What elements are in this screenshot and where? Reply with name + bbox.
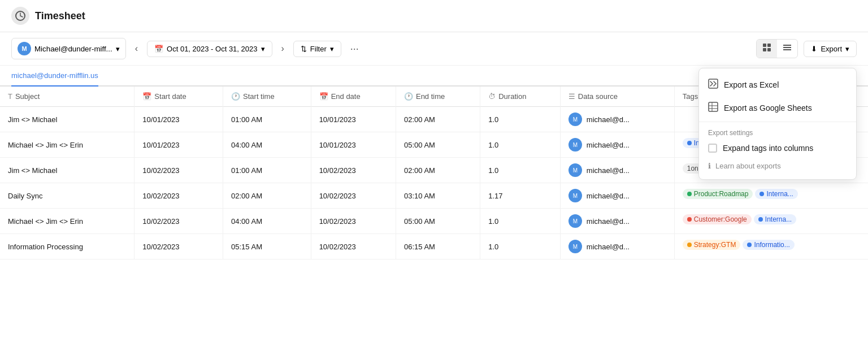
col-end-date: 📅End date — [311, 86, 396, 107]
cell-2: 04:00 AM — [223, 132, 311, 158]
data-source-cell: Mmichael@d... — [568, 138, 666, 152]
tag-dot — [687, 192, 692, 196]
view-toggle — [756, 39, 798, 58]
next-period-button[interactable]: › — [278, 40, 288, 57]
cell-5: 1.0 — [480, 132, 561, 158]
cell-data-source: Mmichael@d... — [560, 158, 674, 183]
cell-3: 10/02/2023 — [311, 209, 396, 234]
col-start-date: 📅Start date — [134, 86, 223, 107]
cell-1: 10/02/2023 — [134, 183, 223, 209]
cell-2: 04:00 AM — [223, 209, 311, 234]
tag: Strategy:GTM — [683, 240, 741, 250]
tag-dot — [687, 217, 692, 222]
tag: Product:Roadmap — [683, 189, 753, 199]
ds-label: michael@d... — [587, 141, 630, 149]
col-subject: TSubject — [0, 86, 134, 107]
data-source-cell: Mmichael@d... — [568, 240, 666, 253]
cell-tags: Strategy:GTMInformatio... — [675, 234, 868, 256]
cell-data-source: Mmichael@d... — [560, 209, 674, 234]
cell-1: 10/01/2023 — [134, 107, 223, 132]
cell-data-source: Mmichael@d... — [560, 183, 674, 209]
date-range-selector[interactable]: 📅 Oct 01, 2023 - Oct 31, 2023 ▾ — [147, 41, 272, 57]
export-sheets-label: Export as Google Sheets — [724, 103, 812, 113]
calendar-icon: 📅 — [154, 45, 163, 53]
user-name: Michael@dunder-miff... — [34, 45, 112, 53]
export-excel-item[interactable]: Export as Excel — [699, 73, 856, 96]
ds-avatar: M — [568, 163, 582, 177]
cell-5: 1.0 — [480, 209, 561, 234]
export-button[interactable]: ⬇ Export ▾ — [804, 41, 857, 57]
sheets-icon — [708, 102, 718, 114]
expand-tags-setting[interactable]: Expand tags into columns — [699, 139, 856, 157]
cell-4: 02:00 AM — [396, 158, 480, 183]
tag: Informatio... — [743, 240, 794, 250]
table-view-button[interactable] — [757, 40, 777, 58]
data-source-cell: Mmichael@d... — [568, 113, 666, 126]
col-duration: ⏱Duration — [480, 86, 561, 107]
expand-tags-checkbox[interactable] — [708, 144, 717, 153]
svg-rect-4 — [767, 48, 771, 51]
grid-view-button[interactable] — [777, 40, 797, 58]
cell-3: 10/02/2023 — [311, 158, 396, 183]
export-excel-label: Export as Excel — [724, 80, 779, 89]
cell-0: Michael <> Jim <> Erin — [0, 132, 134, 158]
user-tab[interactable]: michael@dunder-mifflin.us — [11, 66, 98, 86]
export-dropdown: Export as Excel Export as Google Sheets … — [698, 68, 857, 180]
cell-1: 10/01/2023 — [134, 132, 223, 158]
app-title: Timesheet — [35, 10, 85, 22]
expand-tags-label: Expand tags into columns — [723, 144, 813, 153]
col-end-time: 🕐End time — [396, 86, 480, 107]
learn-label: Learn about exports — [715, 162, 781, 170]
cell-tags: Product:RoadmapInterna... — [675, 183, 868, 205]
export-icon: ⬇ — [811, 45, 817, 53]
cell-0: Jim <> Michael — [0, 107, 134, 132]
table-row: Daily Sync10/02/202302:00 AM10/02/202303… — [0, 183, 868, 209]
cell-5: 1.0 — [480, 158, 561, 183]
cell-4: 05:00 AM — [396, 132, 480, 158]
export-settings-label: Export settings — [699, 124, 856, 139]
tag-dot — [758, 217, 763, 222]
filter-button[interactable]: ⇅ Filter ▾ — [293, 41, 341, 57]
date-range-chevron-icon: ▾ — [261, 45, 265, 53]
data-source-cell: Mmichael@d... — [568, 163, 666, 177]
ds-avatar: M — [568, 214, 582, 228]
cell-tags: Customer:GoogleInterna... — [675, 209, 868, 230]
svg-rect-3 — [763, 48, 766, 51]
ds-label: michael@d... — [587, 243, 630, 251]
cell-5: 1.17 — [480, 183, 561, 209]
svg-rect-2 — [767, 44, 771, 47]
app-header: Timesheet — [0, 0, 868, 32]
user-selector[interactable]: M Michael@dunder-miff... ▾ — [11, 38, 126, 59]
svg-rect-5 — [783, 45, 791, 46]
tag: Interna... — [755, 189, 797, 199]
table-row: Michael <> Jim <> Erin10/02/202304:00 AM… — [0, 209, 868, 234]
user-chevron-icon: ▾ — [116, 45, 120, 53]
filter-chevron-icon: ▾ — [330, 45, 334, 53]
cell-3: 10/01/2023 — [311, 107, 396, 132]
tag-dot — [760, 192, 764, 196]
tag: Interna... — [754, 214, 796, 224]
cell-2: 05:15 AM — [223, 234, 311, 260]
ds-label: michael@d... — [587, 115, 630, 124]
cell-4: 05:00 AM — [396, 209, 480, 234]
learn-about-exports-item[interactable]: ℹ Learn about exports — [699, 157, 856, 175]
table-row: Information Processing10/02/202305:15 AM… — [0, 234, 868, 260]
data-source-cell: Mmichael@d... — [568, 189, 666, 202]
cell-1: 10/02/2023 — [134, 158, 223, 183]
prev-period-button[interactable]: ‹ — [132, 40, 141, 57]
cell-1: 10/02/2023 — [134, 209, 223, 234]
svg-rect-9 — [709, 102, 718, 111]
cell-data-source: Mmichael@d... — [560, 107, 674, 132]
cell-0: Michael <> Jim <> Erin — [0, 209, 134, 234]
tag-dot — [747, 243, 752, 247]
ds-label: michael@d... — [587, 217, 630, 226]
cell-5: 1.0 — [480, 107, 561, 132]
more-options-button[interactable]: ··· — [347, 40, 362, 58]
export-sheets-item[interactable]: Export as Google Sheets — [699, 96, 856, 119]
cell-0: Jim <> Michael — [0, 158, 134, 183]
ds-avatar: M — [568, 189, 582, 202]
col-start-time: 🕐Start time — [223, 86, 311, 107]
tag-dot — [687, 141, 692, 145]
svg-rect-6 — [783, 47, 791, 48]
svg-rect-1 — [763, 44, 766, 47]
